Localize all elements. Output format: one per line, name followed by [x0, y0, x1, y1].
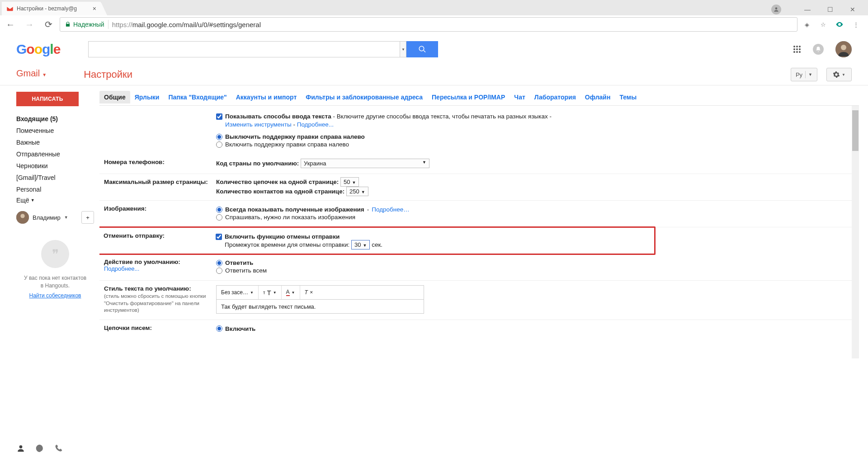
more-labels[interactable]: Ещё ▼	[16, 197, 94, 204]
images-ask-radio[interactable]	[216, 214, 222, 221]
window-minimize-icon[interactable]: —	[797, 4, 817, 15]
extension-icon[interactable]: ◈	[801, 19, 813, 30]
country-select[interactable]: Украина ▼	[301, 159, 429, 168]
search-dropdown[interactable]: ▼	[400, 41, 406, 57]
settings-tab[interactable]: Общие	[99, 91, 130, 103]
svg-point-7	[793, 51, 795, 53]
learn-more-link[interactable]: Подробнее...	[297, 121, 334, 128]
reply-radio[interactable]	[216, 260, 222, 266]
svg-point-9	[799, 51, 801, 53]
svg-point-13	[20, 214, 24, 218]
phone-icon[interactable]	[54, 444, 63, 455]
google-apps-icon[interactable]	[793, 45, 801, 53]
sidebar-item[interactable]: [Gmail]/Travel	[16, 173, 94, 182]
sidebar-item[interactable]: Помеченные	[16, 126, 94, 135]
font-size-select[interactable]: тT ▼	[259, 286, 282, 299]
input-tools-button[interactable]: Ру ▼	[791, 68, 817, 81]
learn-more-link[interactable]: Подробнее...	[104, 265, 139, 272]
scrollbar-thumb[interactable]	[852, 110, 859, 151]
caret-down-icon: ▼	[42, 72, 47, 77]
eye-icon[interactable]	[834, 19, 845, 30]
setting-text-style-label: Стиль текста по умолчанию: (стиль можно …	[104, 285, 216, 314]
sidebar-item[interactable]: Personal	[16, 185, 94, 194]
search-button[interactable]	[406, 41, 438, 57]
font-color-select[interactable]: A ▼	[282, 286, 300, 299]
sidebar-item[interactable]: Черновики	[16, 161, 94, 170]
settings-tab[interactable]: Ярлыки	[130, 91, 164, 103]
sidebar-item[interactable]: Отправленные	[16, 150, 94, 159]
avatar[interactable]	[835, 41, 852, 57]
avatar[interactable]	[16, 211, 29, 224]
sidebar-item[interactable]: Входящие (5)	[16, 114, 94, 123]
separator	[108, 20, 108, 29]
input-methods-checkbox[interactable]	[216, 113, 222, 120]
settings-tab[interactable]: Чат	[509, 91, 529, 103]
reload-button[interactable]: ⟳	[41, 17, 56, 32]
hangouts-find-link[interactable]: Найти собеседников	[29, 292, 81, 299]
rtl-off-radio[interactable]	[216, 134, 222, 140]
settings-tab[interactable]: Пересылка и POP/IMAP	[427, 91, 509, 103]
tab-title: Настройки - bezmaly@g	[17, 5, 90, 12]
tab-close-icon[interactable]: ×	[93, 5, 96, 12]
setting-default-reply-label: Действие по умолчанию: Подробнее...	[104, 259, 216, 275]
contacts-icon[interactable]	[16, 444, 25, 455]
bookmark-star-icon[interactable]: ☆	[817, 19, 829, 30]
learn-more-link[interactable]: Подробнее…	[372, 206, 410, 213]
back-button[interactable]: ←	[3, 17, 18, 32]
settings-tab[interactable]: Аккаунты и импорт	[231, 91, 302, 103]
undo-send-checkbox[interactable]	[216, 234, 222, 240]
hangouts-icon: ❞	[41, 240, 69, 268]
svg-point-0	[775, 7, 778, 9]
secure-label: Надежный	[73, 21, 104, 28]
settings-gear-button[interactable]: ▼	[826, 68, 852, 81]
setting-pagesize-label: Максимальный размер страницы:	[104, 179, 216, 195]
contacts-per-page-select[interactable]: 250▼	[346, 187, 368, 196]
svg-point-11	[841, 45, 846, 50]
images-always-radio[interactable]	[216, 207, 222, 213]
reply-all-radio[interactable]	[216, 268, 222, 274]
gmail-dropdown[interactable]: Gmail ▼	[16, 68, 47, 81]
address-bar[interactable]: Надежный https://mail.google.com/mail/u/…	[60, 17, 797, 32]
caret-down-icon: ▼	[31, 198, 35, 202]
gmail-favicon	[6, 5, 14, 12]
add-contact-button[interactable]: +	[81, 211, 94, 224]
hangouts-empty-text: У вас пока нет контактов в Hangouts.	[24, 274, 86, 290]
text-style-preview: Так будет выглядеть текст письма.	[216, 299, 424, 314]
search-input[interactable]	[88, 41, 400, 57]
hangouts-chat-icon[interactable]	[35, 444, 44, 455]
settings-tab[interactable]: Лаборатория	[530, 91, 580, 103]
sidebar-item[interactable]: Важные	[16, 138, 94, 147]
threads-on-radio[interactable]	[216, 325, 222, 332]
compose-button[interactable]: НАПИСАТЬ	[16, 92, 79, 106]
page-title: Настройки	[84, 69, 132, 80]
forward-button: →	[22, 17, 37, 32]
scrollbar[interactable]	[852, 106, 859, 358]
undo-send-highlight: Отменить отправку: Включить функцию отме…	[99, 226, 656, 255]
browser-tab[interactable]: Настройки - bezmaly@g ×	[2, 2, 101, 15]
font-family-select[interactable]: Без засе… ▼	[217, 286, 259, 299]
secure-indicator: Надежный	[65, 21, 104, 28]
settings-tab[interactable]: Офлайн	[580, 91, 615, 103]
account-icon[interactable]	[771, 5, 781, 14]
notifications-icon[interactable]	[813, 44, 824, 55]
caret-down-icon[interactable]: ▼	[64, 215, 68, 220]
svg-point-4	[793, 48, 795, 50]
caret-down-icon: ▼	[842, 73, 845, 77]
settings-tab[interactable]: Папка "Входящие"	[164, 91, 231, 103]
settings-tab[interactable]: Темы	[615, 91, 641, 103]
settings-tab[interactable]: Фильтры и заблокированные адреса	[301, 91, 427, 103]
window-close-icon[interactable]: ✕	[843, 4, 863, 15]
svg-point-3	[799, 46, 801, 47]
edit-tools-link[interactable]: Изменить инструменты	[225, 121, 292, 128]
setting-phones-label: Номера телефонов:	[104, 159, 216, 168]
setting-threads-label: Цепочки писем:	[104, 325, 216, 333]
rtl-on-radio[interactable]	[216, 141, 222, 148]
caret-down-icon: ▼	[808, 72, 812, 77]
threads-per-page-select[interactable]: 50▼	[340, 177, 359, 187]
window-maximize-icon[interactable]: ☐	[820, 4, 840, 15]
text-style-toolbar: Без засе… ▼ тT ▼ A ▼ T✕	[216, 285, 424, 300]
clear-formatting-button[interactable]: T✕	[300, 286, 318, 299]
undo-delay-select[interactable]: 30▼	[351, 240, 370, 249]
google-logo[interactable]: Google	[16, 42, 60, 57]
menu-icon[interactable]: ⋮	[850, 19, 862, 30]
